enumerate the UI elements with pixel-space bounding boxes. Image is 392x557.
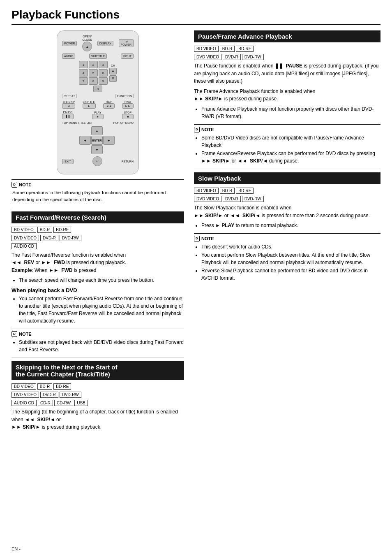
divider2 (12, 357, 184, 358)
ff-body1: The Fast Forward/Reverse function is ena… (12, 251, 184, 274)
badge-slow-bd-r: BD-R (220, 188, 235, 194)
badge-slow-dvd-video: DVD VIDEO (194, 196, 221, 202)
two-col-layout: POWER OPEN/ CLOSE ▲ DISPLAY TVPOWER AUDI… (12, 30, 380, 434)
pause-badges-row2: DVD VIDEO DVD-R DVD-RW (194, 54, 380, 60)
dvd-bullet1: You cannot perform Fast Forward/Fast Rev… (19, 295, 184, 325)
badge-usb: USB (74, 400, 88, 406)
badge-slow-dvd-r: DVD-R (223, 196, 241, 202)
skipping-header: Skipping to the Next or the Start ofthe … (12, 361, 184, 380)
skip-badges-row2: DVD VIDEO DVD-R DVD-RW (12, 392, 184, 398)
nav-left: ◄ (79, 136, 91, 145)
badge-skip-bd-r: BD-R (37, 383, 52, 390)
page-title: Playback Functions (12, 8, 380, 25)
pause-note-bullets: Some BD/DVD Video discs are not compatib… (194, 134, 380, 165)
ff-bullet1: The search speed will change each time y… (19, 276, 184, 284)
slow-bullet1: Press ► PLAY to return to normal playbac… (201, 222, 380, 229)
badge-pause-dvd-rw: DVD-RW (242, 54, 264, 60)
nav-down: ▼ (91, 145, 103, 154)
note-skip-prev: ◄◄ SKIP/◄ (238, 158, 268, 164)
skip-prev-sym: ◄◄ SKIP/◄ (25, 417, 55, 422)
fwd-example-sym: ►► FWD (49, 267, 73, 273)
divider1 (12, 208, 184, 208)
slow-badges-row2: DVD VIDEO DVD-R DVD-RW (194, 196, 380, 202)
slow-skip-next-sym: ►► SKIP/► (194, 213, 223, 218)
badge-pause-bd-video: BD VIDEO (194, 46, 219, 52)
skip-badges-row1: BD VIDEO BD-R BD-RE (12, 383, 184, 390)
stop-btn: ■ (122, 114, 134, 119)
fwd-btn: ►► (122, 103, 134, 109)
badge-cd-rw: CD-RW (54, 400, 73, 406)
remote-illustration: POWER OPEN/ CLOSE ▲ DISPLAY TVPOWER AUDI… (12, 30, 184, 174)
pause-note-icon: D (194, 127, 200, 132)
skip-next-btn: ► (83, 103, 96, 109)
slow-note: D NOTE This doesn't work for audio CDs. … (194, 233, 380, 282)
badge-skip-dvd-video: DVD VIDEO (12, 392, 39, 398)
badge-audio-cd2: AUDIO CD (12, 400, 37, 406)
menu-row: TOP MENU TITLE LIST POP-UP MENU (62, 121, 134, 124)
ff-badges-row2: DVD VIDEO DVD-R DVD-RW (12, 235, 184, 241)
pause-btn: ❚❚ (62, 114, 74, 119)
ff-note-bullets: Subtitles are not played back with BD/DV… (12, 339, 184, 353)
badge-skip-bd-re: BD-RE (53, 383, 71, 390)
ff-bullets: The search speed will change each time y… (12, 276, 184, 284)
fast-forward-header: Fast Forward/Reverse (Search) (12, 211, 184, 223)
transport-row2: PAUSE ❚❚ PLAY ► STOP ■ (62, 111, 134, 119)
pause-body2: The Frame Advance Playback function is e… (194, 88, 380, 103)
repeat-function-row: REPEAT FUNCTION (62, 94, 134, 98)
badge-pause-bd-r: BD-R (220, 46, 235, 52)
skip-prev-btn: ◄ (62, 103, 75, 109)
slow-badges-row1: BD VIDEO BD-R BD-RE (194, 188, 380, 194)
badge-skip-dvd-r: DVD-R (40, 392, 58, 398)
badge-slow-bd-video: BD VIDEO (194, 188, 219, 194)
initial-note: D NOTE Some operations in the following … (12, 179, 184, 204)
pause-header: Pause/Frame Advance Playback (194, 30, 380, 42)
transport-row1: ◄◄ SKIP ◄ SKIP ►► ► REV ◄◄ FWD (62, 100, 134, 109)
ff-note-title: D NOTE (12, 331, 184, 337)
ff-note-icon: D (12, 331, 17, 337)
slow-skip-prev-sym: ◄◄ SKIP/◄ (230, 213, 261, 218)
badge-pause-dvd-video: DVD VIDEO (194, 54, 221, 60)
badge-skip-bd-video: BD VIDEO (12, 383, 36, 390)
numpad: 1 2 3 4 5 6 7 8 9 (79, 61, 108, 85)
pause-note-title: D NOTE (194, 127, 380, 132)
remote-top-row: POWER OPEN/ CLOSE ▲ DISPLAY TVPOWER (62, 35, 134, 51)
pause-bullet1: Frame Advance Playback may not function … (201, 105, 380, 120)
badge-cd-r: CD-R (38, 400, 53, 406)
ff-note: D NOTE Subtitles are not played back wit… (12, 329, 184, 353)
nav-cross: ▲ ◄ ENTER ► ▼ (79, 126, 116, 154)
audio-btn: AUDIO (62, 53, 75, 59)
slow-note-bullet3: Reverse Slow Playback cannot be performe… (201, 267, 380, 282)
fwd-sym: ►► FWD (41, 260, 65, 265)
remote-asi-row: AUDIO SUBTITLE INPUT (62, 53, 134, 59)
nav-enter: ENTER (91, 136, 103, 145)
ff-badges-row1: BD VIDEO BD-R BD-RE (12, 227, 184, 233)
slow-bullets: Press ► PLAY to return to normal playbac… (194, 222, 380, 229)
divider3 (194, 169, 380, 169)
page-number: EN - (12, 546, 21, 551)
repeat-label: REPEAT (62, 94, 77, 98)
slow-note-title: D NOTE (194, 236, 380, 241)
badge-bd-re: BD-RE (53, 227, 71, 233)
note-skip-next: ►► SKIP/► (201, 158, 230, 164)
subtitle-btn: SUBTITLE (89, 53, 107, 59)
pause-note-bullet2: Frame Advance/Reverse Playback can be pe… (201, 150, 380, 165)
left-column: POWER OPEN/ CLOSE ▲ DISPLAY TVPOWER AUDI… (12, 30, 184, 434)
note-icon: D (12, 182, 17, 188)
slow-note-bullets: This doesn't work for audio CDs. You can… (194, 243, 380, 282)
badge-dvd-video: DVD VIDEO (12, 235, 39, 241)
badge-pause-bd-re: BD-RE (236, 46, 254, 52)
display-btn: DISPLAY (97, 41, 113, 46)
input-btn: INPUT (121, 53, 134, 59)
slow-note-icon: D (194, 236, 200, 241)
skip-next-sym: ►► SKIP/► (12, 424, 40, 430)
badge-bd-r: BD-R (37, 227, 52, 233)
skip-badges-row3: AUDIO CD CD-R CD-RW USB (12, 400, 184, 406)
badge-audio-cd: AUDIO CD (12, 243, 37, 249)
pause-body1: The Pause function is enabled when ❚❚ PA… (194, 62, 380, 85)
badge-skip-dvd-rw: DVD-RW (60, 392, 81, 398)
power-btn: POWER (62, 41, 77, 46)
exit-return-row: EXIT ↩ RETURN (62, 156, 134, 166)
open-close-btn: ▲ (82, 42, 92, 51)
slow-note-bullet2: You cannot perform Slow Playback between… (201, 251, 380, 266)
return-btn: ↩ (92, 156, 102, 166)
